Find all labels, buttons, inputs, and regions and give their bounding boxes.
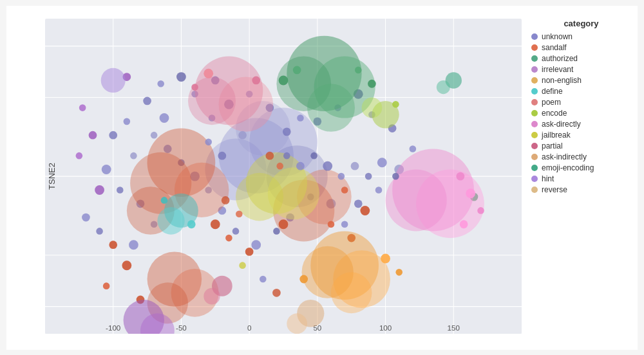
svg-text:150: 150 [448, 323, 460, 331]
svg-point-150 [283, 152, 290, 159]
svg-point-85 [245, 247, 254, 255]
svg-point-163 [222, 196, 230, 205]
svg-point-96 [279, 75, 289, 85]
legend-item: reverse [531, 185, 631, 194]
svg-point-153 [323, 161, 332, 170]
svg-point-115 [236, 172, 283, 221]
svg-point-79 [109, 241, 117, 249]
svg-point-164 [236, 210, 243, 217]
legend-item: ask-indirectly [531, 152, 631, 161]
legend-label: sandalf [542, 43, 567, 52]
svg-point-40 [129, 240, 138, 250]
svg-point-64 [151, 131, 158, 138]
legend-label: define [542, 87, 563, 96]
svg-point-34 [109, 131, 117, 139]
svg-point-159 [283, 127, 291, 136]
legend-item: irrelevant [531, 65, 631, 74]
legend-item: authorized [531, 54, 631, 63]
legend-dot [531, 77, 538, 84]
svg-point-58 [232, 228, 240, 235]
svg-point-124 [157, 207, 184, 235]
svg-point-126 [187, 220, 196, 228]
legend-label: irrelevant [542, 65, 573, 74]
legend-label: ask-directly [542, 120, 581, 129]
svg-point-132 [89, 131, 97, 139]
svg-point-112 [460, 220, 468, 228]
legend-label: poem [542, 98, 561, 107]
svg-point-87 [328, 221, 335, 228]
legend-item: jailbreak [531, 131, 631, 140]
legend-dot [531, 176, 538, 182]
svg-point-109 [457, 172, 465, 180]
legend-title: category [531, 19, 631, 28]
legend-dot [531, 187, 538, 193]
svg-point-41 [96, 228, 103, 235]
legend-label: emoji-encoding [542, 163, 594, 172]
legend-label: hint [542, 174, 554, 183]
svg-point-30 [176, 72, 186, 82]
svg-point-162 [276, 162, 283, 169]
svg-point-80 [122, 260, 131, 270]
legend-item: non-english [531, 76, 631, 85]
svg-point-28 [143, 96, 151, 105]
svg-point-111 [477, 207, 484, 214]
svg-point-89 [360, 205, 370, 215]
svg-point-139 [437, 80, 450, 93]
svg-point-33 [124, 118, 131, 125]
svg-point-129 [392, 100, 399, 107]
legend-item: unknown [531, 32, 631, 41]
svg-point-152 [310, 152, 317, 159]
svg-text:-100: -100 [106, 323, 121, 331]
legend-label: reverse [542, 185, 567, 194]
legend-dot [531, 110, 538, 116]
svg-point-149 [238, 131, 247, 139]
legend-dot [531, 132, 538, 138]
svg-point-148 [205, 138, 212, 145]
svg-point-134 [95, 185, 104, 194]
svg-point-143 [287, 313, 307, 334]
svg-point-120 [299, 275, 308, 283]
svg-point-81 [103, 282, 110, 289]
svg-point-37 [117, 187, 124, 194]
legend-dot [531, 121, 538, 127]
legend-label: partial [542, 141, 563, 150]
legend-item: sandalf [531, 43, 631, 52]
svg-point-36 [102, 165, 111, 174]
svg-point-128 [362, 97, 383, 118]
svg-point-151 [296, 161, 305, 170]
legend-dot [531, 33, 538, 40]
legend-panel: category unknownsandalfauthorizedirrelev… [528, 12, 638, 343]
legend-dot [531, 55, 538, 62]
y-axis-label: TSNE2 [47, 163, 57, 190]
svg-point-160 [297, 114, 304, 122]
svg-text:100: 100 [379, 323, 392, 331]
legend-item: hint [531, 174, 631, 183]
svg-point-156 [365, 172, 372, 179]
svg-point-48 [410, 145, 417, 152]
legend-label: ask-indirectly [542, 152, 587, 161]
svg-point-146 [239, 262, 246, 269]
legend-dot [531, 44, 538, 51]
svg-text:-50: -50 [176, 323, 187, 331]
legend-label: unknown [542, 32, 573, 41]
svg-point-65 [160, 113, 169, 123]
svg-point-161 [266, 151, 274, 159]
svg-point-35 [130, 152, 137, 159]
svg-point-119 [331, 272, 372, 313]
chart-wrap: TSNE2 [6, 6, 638, 350]
svg-point-122 [395, 269, 402, 276]
svg-point-97 [355, 66, 362, 73]
plot-area: TSNE2 [13, 12, 528, 343]
legend-dot [531, 154, 538, 160]
svg-point-154 [338, 172, 345, 179]
svg-point-121 [381, 253, 390, 263]
svg-point-29 [157, 80, 164, 87]
scatter-plot: -100 -50 0 50 100 150 125 100 50 0 -50 [45, 19, 522, 334]
svg-point-51 [354, 199, 363, 208]
svg-point-56 [273, 228, 280, 235]
legend-label: jailbreak [542, 131, 571, 140]
legend-label: encode [542, 109, 567, 118]
legend-item: partial [531, 141, 631, 150]
svg-point-110 [466, 188, 475, 198]
svg-point-57 [251, 240, 261, 250]
